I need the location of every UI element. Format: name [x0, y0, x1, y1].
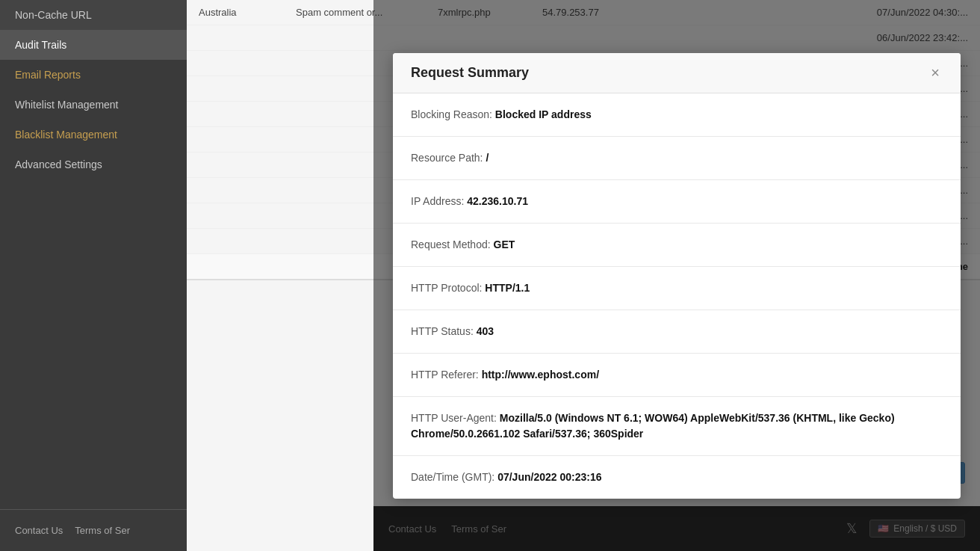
modal-field-request-method: Request Method: GET — [393, 224, 961, 267]
http-status-value: 403 — [477, 325, 494, 337]
request-summary-modal: Request Summary × Blocking Reason: Block… — [393, 53, 961, 499]
sidebar-item-email-reports[interactable]: Email Reports — [0, 60, 187, 90]
sidebar-item-advanced-settings[interactable]: Advanced Settings — [0, 150, 187, 179]
ip-address-label: IP Address: — [411, 195, 467, 207]
sidebar: Non-Cache URL Audit Trails Email Reports… — [0, 0, 187, 551]
resource-path-label: Resource Path: — [411, 152, 486, 164]
http-status-label: HTTP Status: — [411, 325, 477, 337]
modal-field-resource-path: Resource Path: / — [393, 137, 961, 180]
contact-us-link[interactable]: Contact Us — [15, 525, 63, 536]
modal-close-button[interactable]: × — [928, 65, 943, 80]
http-protocol-value: HTTP/1.1 — [485, 282, 530, 294]
modal-title: Request Summary — [411, 65, 529, 81]
modal-field-http-referer: HTTP Referer: http://www.ephost.com/ — [393, 354, 961, 397]
modal-field-http-protocol: HTTP Protocol: HTTP/1.1 — [393, 267, 961, 310]
terms-link[interactable]: Terms of Ser — [75, 525, 130, 536]
datetime-value: 07/Jun/2022 00:23:16 — [497, 471, 601, 483]
http-referer-label: HTTP Referer: — [411, 369, 482, 381]
modal-field-http-user-agent: HTTP User-Agent: Mozilla/5.0 (Windows NT… — [393, 397, 961, 456]
modal-overlay[interactable]: Request Summary × Blocking Reason: Block… — [373, 0, 980, 551]
sidebar-item-whitelist-management[interactable]: Whitelist Management — [0, 90, 187, 120]
modal-field-http-status: HTTP Status: 403 — [393, 310, 961, 354]
main-content: Australia Spam comment or... 7xmlrpc.php… — [187, 0, 980, 551]
modal-field-ip-address: IP Address: 42.236.10.71 — [393, 180, 961, 224]
modal-field-datetime: Date/Time (GMT): 07/Jun/2022 00:23:16 — [393, 456, 961, 499]
sidebar-item-blacklist-management[interactable]: Blacklist Management — [0, 120, 187, 150]
http-user-agent-label: HTTP User-Agent: — [411, 412, 500, 424]
ip-address-value: 42.236.10.71 — [467, 195, 528, 207]
modal-body: Blocking Reason: Blocked IP address Reso… — [393, 93, 961, 499]
request-method-value: GET — [494, 238, 515, 250]
page-wrapper: Non-Cache URL Audit Trails Email Reports… — [0, 0, 980, 551]
datetime-label: Date/Time (GMT): — [411, 471, 497, 483]
http-protocol-label: HTTP Protocol: — [411, 282, 485, 294]
blocking-reason-value: Blocked IP address — [495, 108, 592, 120]
request-method-label: Request Method: — [411, 238, 494, 250]
modal-header: Request Summary × — [393, 53, 961, 93]
modal-field-blocking-reason: Blocking Reason: Blocked IP address — [393, 93, 961, 137]
sidebar-item-audit-trails[interactable]: Audit Trails — [0, 30, 187, 60]
blocking-reason-label: Blocking Reason: — [411, 108, 495, 120]
sidebar-item-non-cache-url[interactable]: Non-Cache URL — [0, 0, 187, 30]
http-referer-value: http://www.ephost.com/ — [482, 369, 599, 381]
resource-path-value: / — [486, 152, 489, 164]
sidebar-footer: Contact Us Terms of Ser — [0, 509, 187, 551]
